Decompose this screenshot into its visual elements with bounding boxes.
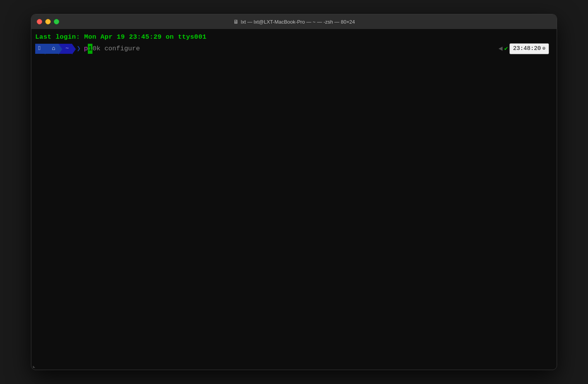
right-arrow-left-icon: ◄: [499, 44, 503, 54]
cmd-before-cursor: p: [84, 44, 88, 54]
apple-icon: : [38, 45, 42, 53]
terminal-window: 🖥 lxt — lxt@LXT-MacBook-Pro — ~ — -zsh —…: [31, 14, 557, 370]
traffic-lights: [37, 19, 59, 24]
last-login-line: Last login: Mon Apr 19 23:45:29 on ttys0…: [35, 32, 553, 42]
cmd-after-cursor: 0k configure: [92, 44, 140, 54]
resize-handle[interactable]: ◣: [33, 364, 38, 369]
time-display: 23:48:20: [513, 45, 541, 53]
title-bar-text: 🖥 lxt — lxt@LXT-MacBook-Pro — ~ — -zsh —…: [233, 19, 355, 25]
clock-icon: ⊙: [542, 45, 545, 53]
maximize-button[interactable]: [54, 19, 59, 24]
terminal-bottom: ◣: [31, 362, 557, 370]
prompt-line:  ⌂ ~ ❯ p 1 0k configure: [35, 44, 140, 54]
cmd-cursor: 1: [88, 44, 92, 54]
terminal-icon: 🖥: [233, 19, 239, 25]
close-button[interactable]: [37, 19, 42, 24]
prompt-command[interactable]: p 1 0k configure: [84, 44, 140, 54]
right-prompt: ◄ ✔ 23:48:20 ⊙: [499, 43, 549, 55]
minimize-button[interactable]: [45, 19, 51, 24]
prompt-line-container:  ⌂ ~ ❯ p 1 0k configure: [35, 44, 553, 54]
time-badge: 23:48:20 ⊙: [509, 43, 549, 55]
prompt-arrow: ❯: [77, 44, 81, 54]
checkmark-icon: ✔: [504, 44, 508, 53]
prompt-segment-apple: : [35, 44, 45, 54]
home-icon: ⌂: [52, 45, 55, 53]
tilde-label: ~: [65, 45, 69, 53]
terminal-body[interactable]: Last login: Mon Apr 19 23:45:29 on ttys0…: [31, 29, 557, 362]
window-title: lxt — lxt@LXT-MacBook-Pro — ~ — -zsh — 8…: [241, 19, 355, 25]
title-bar: 🖥 lxt — lxt@LXT-MacBook-Pro — ~ — -zsh —…: [31, 14, 557, 29]
